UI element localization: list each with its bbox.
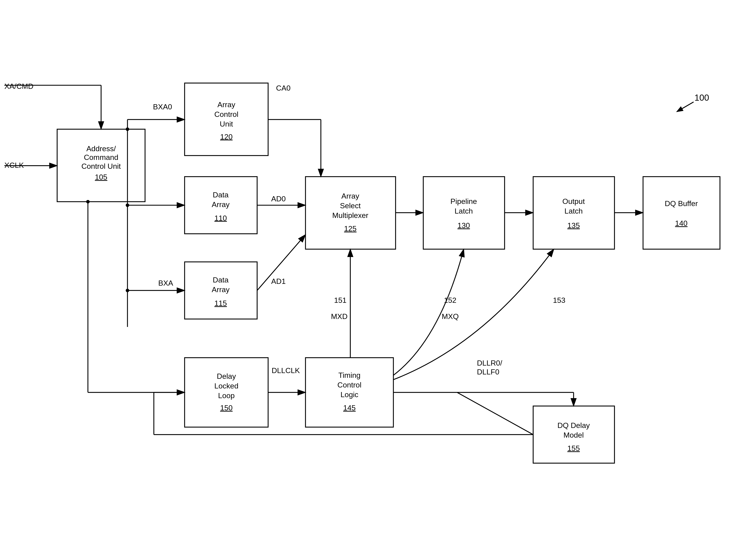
tcl-label3: Logic (341, 390, 358, 399)
dqd-num: 155 (567, 444, 580, 452)
acu-num: 120 (220, 133, 233, 141)
ad0-label: AD0 (271, 195, 286, 203)
tcl-ol-curve (393, 249, 554, 380)
da0-num: 110 (214, 214, 227, 222)
svg-line-3 (677, 102, 694, 112)
dqb-label1: DQ Buffer (665, 199, 698, 208)
da1-num: 115 (214, 299, 227, 307)
tcl-label1: Timing (338, 371, 361, 380)
dqb-block (643, 177, 720, 249)
asm-label3: Multiplexer (332, 211, 368, 219)
acu-label3: Unit (220, 120, 233, 128)
pl-num: 130 (457, 221, 470, 230)
diagram-svg: Address/ Command Control Unit 105 Array … (0, 0, 756, 544)
dll-label1: Delay (217, 372, 236, 380)
dll-num: 150 (220, 404, 233, 412)
svg-point-11 (86, 200, 90, 204)
bxa-label: BXA (158, 279, 173, 287)
pl-label2: Latch (455, 207, 473, 215)
ref-100: 100 (694, 93, 709, 102)
dll-label2: Locked (214, 382, 238, 390)
ol-label2: Latch (564, 207, 583, 215)
pl-label1: Pipeline (450, 197, 477, 205)
acu-block (185, 83, 268, 156)
da0-label2: Array (212, 200, 229, 209)
acu-label2: Control (214, 110, 238, 118)
dllclk-label: DLLCLK (272, 366, 300, 375)
n151-label: 151 (334, 296, 347, 304)
dll-label3: Loop (218, 391, 235, 400)
accu-label: Address/ (86, 144, 116, 153)
xa-cmd-label: XA/CMD (4, 82, 33, 90)
acu-label1: Array (217, 100, 235, 109)
accu-num: 105 (95, 173, 107, 181)
da1-label1: Data (213, 276, 229, 284)
dllr0-label2: DLLF0 (477, 368, 499, 376)
mxd-label: MXD (331, 312, 347, 321)
ol-num: 135 (567, 221, 580, 230)
asm-label2: Select (340, 202, 361, 210)
n153-label: 153 (553, 296, 565, 304)
da1-label2: Array (212, 285, 229, 294)
dqd-label1: DQ Delay (557, 421, 590, 430)
block-diagram: Address/ Command Control Unit 105 Array … (0, 0, 756, 544)
tcl-label2: Control (337, 381, 362, 389)
dllr0-label1: DLLR0/ (477, 359, 502, 367)
tcl-dqd-v (457, 392, 533, 435)
ad1-label: AD1 (271, 277, 286, 285)
svg-point-9 (126, 289, 129, 292)
ol-label1: Output (562, 197, 585, 205)
dqd-label2: Model (563, 431, 584, 439)
ca0-label: CA0 (276, 84, 291, 92)
asm-num: 125 (344, 224, 357, 233)
da0-label1: Data (213, 191, 229, 199)
mxq-label: MXQ (442, 312, 459, 321)
bxa0-label: BXA0 (153, 103, 172, 111)
asm-label1: Array (341, 192, 359, 200)
accu-label3: Control Unit (81, 162, 121, 170)
accu-label2: Command (84, 153, 118, 161)
tcl-num: 145 (343, 404, 356, 412)
dqb-num: 140 (675, 219, 687, 227)
